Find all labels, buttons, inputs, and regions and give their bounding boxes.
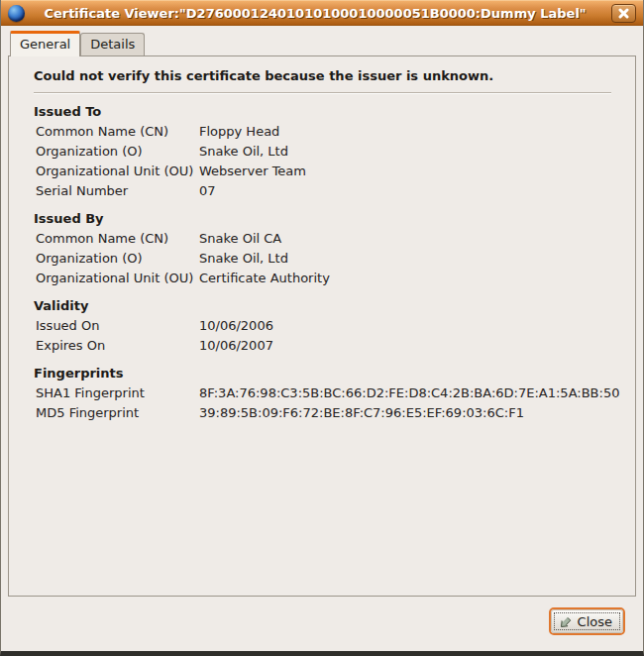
close-arrow-icon [559,613,575,629]
field-value: 39:89:5B:09:F6:72:BE:8F:C7:96:E5:EF:69:0… [199,403,524,423]
field-label: Organizational Unit (OU) [36,269,199,288]
table-row: Organization (O) Snake Oil, Ltd [36,249,635,269]
table-row: SHA1 Fingerprint 8F:3A:76:98:C3:5B:BC:66… [36,383,635,403]
section-title-validity: Validity [34,295,635,316]
field-label: SHA1 Fingerprint [36,383,199,403]
dialog-body: General Details Could not verify this ce… [1,26,643,651]
close-button-label: Close [578,614,612,629]
validity-section: Validity Issued On 10/06/2006 Expires On… [9,295,635,356]
window-globe-icon [8,5,25,22]
table-row: Common Name (CN) Snake Oil CA [36,229,635,249]
issued-by-section: Issued By Common Name (CN) Snake Oil CA … [9,208,635,288]
section-title-issued-by: Issued By [34,208,635,229]
issued-to-section: Issued To Common Name (CN) Floppy Head O… [9,101,635,201]
table-row: Common Name (CN) Floppy Head [36,122,635,142]
field-label: Organization (O) [36,142,199,162]
close-button-face: Close [551,609,623,633]
field-label: Issued On [36,316,199,336]
fingerprints-section: Fingerprints SHA1 Fingerprint 8F:3A:76:9… [9,363,635,423]
field-value: Snake Oil, Ltd [199,142,288,162]
field-label: Organizational Unit (OU) [36,162,199,181]
field-value: 10/06/2007 [199,336,273,356]
field-value: 10/06/2006 [199,316,273,336]
general-tab-panel: Could not verify this certificate becaus… [8,55,636,597]
table-row: Serial Number 07 [36,181,635,201]
tab-bar: General Details [10,31,145,55]
field-value: Certificate Authority [199,269,330,288]
field-label: Common Name (CN) [36,229,199,249]
window-title: Certificate Viewer:"D2760001240101010001… [25,6,605,21]
titlebar: Certificate Viewer:"D2760001240101010001… [1,0,643,26]
separator-line [34,92,611,94]
table-row: MD5 Fingerprint 39:89:5B:09:F6:72:BE:8F:… [36,403,635,423]
field-value: Snake Oil CA [199,229,281,249]
section-title-issued-to: Issued To [34,101,635,122]
tab-details[interactable]: Details [80,33,145,55]
close-button[interactable]: Close [549,607,625,635]
table-row: Expires On 10/06/2007 [36,336,635,356]
field-label: Expires On [36,336,199,356]
window-close-button[interactable] [611,4,636,23]
field-value: Snake Oil, Ltd [199,249,288,269]
certificate-viewer-window: Certificate Viewer:"D2760001240101010001… [0,0,644,656]
table-row: Organizational Unit (OU) Certificate Aut… [36,269,635,288]
field-label: Organization (O) [36,249,199,269]
field-value: 8F:3A:76:98:C3:5B:BC:66:D2:FE:D8:C4:2B:B… [199,383,619,403]
table-row: Issued On 10/06/2006 [36,316,635,336]
table-row: Organizational Unit (OU) Webserver Team [36,162,635,181]
field-label: Serial Number [36,181,199,201]
verification-warning: Could not verify this certificate becaus… [34,68,611,83]
section-title-fingerprints: Fingerprints [34,363,635,383]
close-icon [618,8,629,19]
tab-general[interactable]: General [10,31,80,56]
field-value: Webserver Team [199,162,306,181]
field-value: 07 [199,181,216,201]
table-row: Organization (O) Snake Oil, Ltd [36,142,635,162]
field-value: Floppy Head [199,122,279,142]
field-label: MD5 Fingerprint [36,403,199,423]
field-label: Common Name (CN) [36,122,199,142]
